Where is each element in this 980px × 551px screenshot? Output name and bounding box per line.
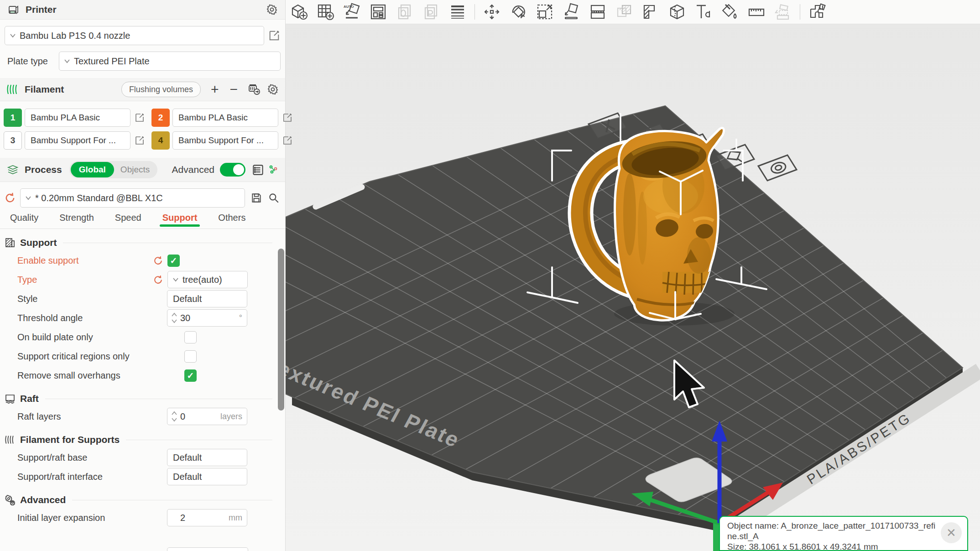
support-style-label: Style bbox=[17, 294, 37, 304]
support-raft-base-value: Default bbox=[173, 452, 202, 463]
support-type-revert-icon[interactable] bbox=[152, 274, 164, 286]
filament-section-title: Filament bbox=[25, 84, 64, 95]
toolbar-separator bbox=[474, 4, 475, 20]
support-raft-interface-value: Default bbox=[173, 472, 202, 482]
cut-icon[interactable] bbox=[584, 2, 611, 22]
process-icon bbox=[6, 164, 19, 176]
advanced-group-icon bbox=[5, 494, 16, 505]
enable-support-revert-icon[interactable] bbox=[152, 255, 164, 266]
advanced-mode-label: Advanced bbox=[172, 164, 214, 175]
seam-painting-icon[interactable] bbox=[664, 2, 690, 22]
filament-4-color-chip[interactable]: 4 bbox=[151, 131, 170, 150]
popup-close-button[interactable]: ✕ bbox=[941, 522, 962, 543]
sidebar-scrollbar-thumb[interactable] bbox=[278, 249, 284, 411]
support-raft-base-select[interactable]: Default bbox=[167, 449, 247, 466]
raft-layers-stepper[interactable]: 0 layers bbox=[167, 408, 247, 425]
printer-preset-select[interactable]: Bambu Lab P1S 0.4 nozzle bbox=[5, 26, 264, 45]
flatten-icon[interactable] bbox=[770, 2, 796, 22]
reset-process-icon[interactable] bbox=[4, 192, 16, 204]
remove-small-overhangs-label: Remove small overhangs bbox=[17, 370, 120, 381]
printer-preset-value: Bambu Lab P1S 0.4 nozzle bbox=[20, 31, 130, 41]
advanced-mode-toggle[interactable] bbox=[220, 163, 245, 177]
filament-2-edit-icon[interactable] bbox=[282, 112, 293, 123]
stepper-arrows-icon[interactable] bbox=[170, 410, 178, 423]
filament-for-supports-title: Filament for Supports bbox=[20, 434, 120, 445]
assembly-icon[interactable] bbox=[804, 2, 830, 22]
scale-icon[interactable] bbox=[532, 2, 558, 22]
add-object-icon[interactable] bbox=[286, 2, 312, 22]
initial-layer-expansion-value: 2 bbox=[180, 513, 185, 523]
measure-icon[interactable] bbox=[743, 2, 770, 22]
filament-1-name[interactable]: Bambu PLA Basic bbox=[25, 109, 130, 127]
text-tool-icon[interactable] bbox=[690, 2, 717, 22]
filament-3-color-chip[interactable]: 3 bbox=[4, 131, 22, 150]
process-tabbar: Quality Strength Speed Support Others bbox=[0, 208, 285, 229]
printer-settings-gear-icon[interactable] bbox=[266, 4, 278, 16]
settings-sidebar: Printer Bambu Lab P1S 0.4 nozzle Plate t… bbox=[0, 0, 286, 551]
object-name-line2: ne.stl_A bbox=[727, 531, 759, 541]
process-preset-select[interactable]: * 0.20mm Standard @BBL X1C bbox=[20, 188, 245, 208]
plate-type-label: Plate type bbox=[7, 56, 48, 67]
process-section-title: Process bbox=[25, 164, 62, 175]
arrange-icon[interactable] bbox=[365, 2, 391, 22]
printer-icon bbox=[7, 4, 19, 16]
add-filament-button[interactable]: + bbox=[211, 83, 219, 96]
threshold-angle-stepper[interactable]: 30 ° bbox=[167, 309, 247, 327]
mesh-boolean-icon[interactable] bbox=[611, 2, 637, 22]
next-setting-partial bbox=[167, 547, 248, 551]
scope-global-option[interactable]: Global bbox=[71, 162, 114, 177]
tab-others[interactable]: Others bbox=[218, 213, 245, 229]
filament-4-edit-icon[interactable] bbox=[282, 135, 293, 146]
scope-objects-option[interactable]: Objects bbox=[114, 165, 156, 175]
stepper-arrows-icon[interactable] bbox=[170, 311, 178, 325]
remove-filament-button[interactable]: − bbox=[229, 83, 238, 96]
filament-1-color-chip[interactable]: 1 bbox=[4, 109, 22, 127]
filament-2-name[interactable]: Bambu PLA Basic bbox=[172, 109, 278, 127]
support-raft-base-label: Support/raft base bbox=[17, 452, 87, 463]
color-painting-icon[interactable] bbox=[717, 2, 743, 22]
main-toolbar: AUTO bbox=[286, 0, 980, 24]
search-presets-icon[interactable] bbox=[268, 192, 280, 204]
plate-settings-button[interactable] bbox=[758, 155, 797, 181]
plate-type-select[interactable]: Textured PEI Plate bbox=[59, 52, 281, 71]
rotate-icon[interactable] bbox=[505, 2, 532, 22]
add-plate-icon[interactable] bbox=[312, 2, 339, 22]
initial-layer-expansion-stepper[interactable]: 2 mm bbox=[167, 509, 247, 526]
tab-support[interactable]: Support bbox=[162, 213, 198, 229]
enable-support-checkbox[interactable]: ✓ bbox=[167, 255, 180, 267]
split-to-objects-icon[interactable] bbox=[391, 2, 418, 22]
printer-edit-icon[interactable] bbox=[268, 29, 281, 42]
support-type-select[interactable]: tree(auto) bbox=[167, 271, 248, 288]
filament-2-color-chip[interactable]: 2 bbox=[151, 109, 170, 127]
remove-small-overhangs-checkbox[interactable]: ✓ bbox=[184, 369, 197, 382]
support-critical-regions-checkbox[interactable] bbox=[184, 350, 197, 363]
filament-settings-gear-icon[interactable] bbox=[267, 83, 279, 95]
compare-presets-icon[interactable] bbox=[268, 164, 279, 175]
process-section-header: Process Global Objects Advanced bbox=[0, 158, 285, 182]
tab-quality[interactable]: Quality bbox=[10, 213, 38, 229]
filament-3-edit-icon[interactable] bbox=[134, 135, 145, 146]
auto-orient-icon[interactable]: AUTO bbox=[339, 2, 365, 22]
filament-3-name[interactable]: Bambu Support For ... bbox=[25, 131, 130, 150]
tab-speed[interactable]: Speed bbox=[115, 213, 141, 229]
move-icon[interactable] bbox=[479, 2, 505, 22]
plate-type-value: Textured PEI Plate bbox=[74, 56, 150, 67]
paint-support-icon[interactable] bbox=[637, 2, 664, 22]
tab-strength[interactable]: Strength bbox=[59, 213, 94, 229]
variable-layer-height-icon[interactable] bbox=[444, 2, 471, 22]
ams-sync-icon[interactable] bbox=[248, 83, 261, 96]
parameter-list-icon[interactable] bbox=[252, 164, 264, 176]
save-preset-icon[interactable] bbox=[250, 192, 262, 204]
support-type-label: Type bbox=[17, 275, 37, 285]
split-to-parts-icon[interactable] bbox=[418, 2, 444, 22]
support-style-select[interactable]: Default bbox=[167, 290, 247, 307]
object-name-line1: Object name: A_bronze_lace_patter_101710… bbox=[727, 521, 935, 530]
flushing-volumes-button[interactable]: Flushing volumes bbox=[121, 82, 201, 97]
lay-on-face-icon[interactable] bbox=[558, 2, 584, 22]
support-raft-interface-select[interactable]: Default bbox=[167, 468, 247, 485]
filament-4-name[interactable]: Bambu Support For ... bbox=[172, 131, 278, 150]
initial-layer-expansion-unit: mm bbox=[229, 513, 242, 523]
filament-slot-1: 1 Bambu PLA Basic bbox=[4, 109, 145, 127]
filament-1-edit-icon[interactable] bbox=[134, 112, 145, 123]
on-build-plate-only-checkbox[interactable] bbox=[184, 331, 197, 343]
